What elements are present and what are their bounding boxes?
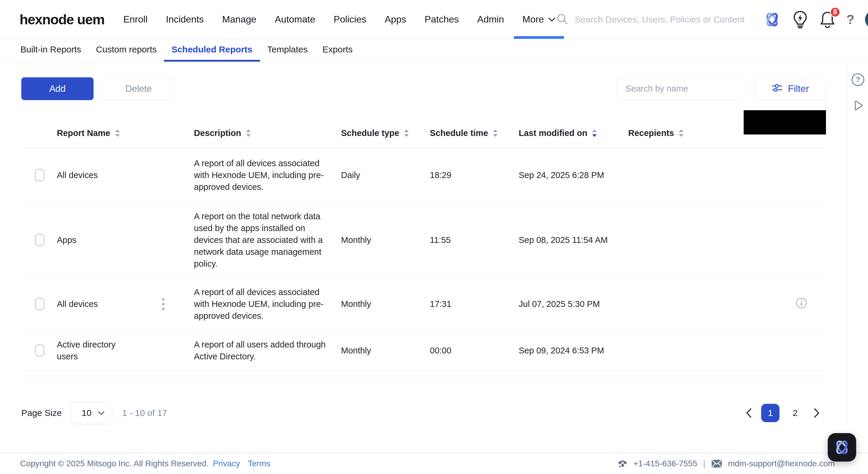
report-name-cell[interactable]: Active directory users — [57, 338, 126, 362]
sort-icon — [245, 129, 251, 138]
tab-scheduled-reports[interactable]: Scheduled Reports — [164, 39, 260, 62]
row-info-icon[interactable] — [796, 297, 807, 311]
row-select-cell — [21, 234, 57, 246]
help-icon[interactable]: ? — [846, 12, 855, 27]
table-header-row: Report Name Description Schedule type Sc… — [21, 119, 826, 148]
page-size-value: 10 — [82, 408, 91, 418]
schedule-type-cell: Monthly — [341, 299, 430, 309]
page-footer: Copyright © 2025 Mitsogo Inc. All Rights… — [0, 452, 868, 474]
table-row[interactable]: Apps A report on the total network data … — [21, 202, 826, 278]
contact-separator: | — [703, 459, 705, 468]
page-size-label: Page Size — [21, 408, 62, 418]
report-name-cell[interactable]: All devices — [57, 298, 126, 310]
nav-item-apps[interactable]: Apps — [384, 0, 406, 39]
column-header-label: Description — [194, 128, 241, 138]
table-row[interactable]: All devices A report of all devices asso… — [21, 148, 826, 202]
nav-item-patches[interactable]: Patches — [425, 0, 459, 39]
notifications-bell-icon[interactable]: 8 — [819, 10, 836, 29]
copyright-text: Copyright © 2025 Mitsogo Inc. All Rights… — [20, 459, 209, 468]
page-button-1[interactable]: 1 — [761, 404, 779, 422]
hexnode-uem-logo: hexnode uem — [20, 11, 104, 28]
support-email-link[interactable]: mdm-support@hexnode.com — [728, 459, 835, 468]
schedule-time-cell: 11:55 — [430, 235, 519, 245]
nav-item-manage[interactable]: Manage — [222, 0, 256, 39]
next-page-button[interactable] — [808, 404, 826, 422]
previous-page-button[interactable] — [740, 404, 758, 422]
search-by-name-input[interactable] — [616, 77, 744, 100]
terms-link[interactable]: Terms — [248, 459, 270, 468]
add-button[interactable]: Add — [21, 77, 94, 100]
column-header-label: Last modified on — [519, 128, 587, 138]
nav-item-more[interactable]: More — [522, 0, 556, 39]
user-avatar[interactable] — [865, 10, 868, 29]
page-size-select[interactable]: 10 — [71, 402, 112, 424]
privacy-link[interactable]: Privacy — [213, 459, 240, 468]
schedule-time-cell: 00:00 — [430, 346, 519, 355]
delete-button[interactable]: Delete — [102, 77, 175, 100]
tab-custom-reports[interactable]: Custom reports — [89, 39, 164, 62]
report-description-cell: A report of all users added through Acti… — [187, 331, 328, 370]
tab-built-in-reports[interactable]: Built-in Reports — [13, 39, 89, 62]
row-select-cell — [21, 169, 57, 181]
nav-item-admin[interactable]: Admin — [477, 0, 504, 39]
sort-icon — [115, 129, 121, 138]
column-header-recipients[interactable]: Recepients — [628, 128, 702, 138]
report-name-cell[interactable]: All devices — [57, 169, 126, 181]
notification-count-badge: 8 — [830, 7, 840, 18]
sort-icon-active-desc — [591, 129, 597, 138]
page-button-2[interactable]: 2 — [786, 404, 804, 422]
chevron-right-icon — [813, 408, 820, 418]
report-description-cell: A report of all devices associated with … — [187, 150, 328, 201]
rail-play-icon[interactable] — [851, 99, 865, 113]
column-header-label: Recepients — [628, 128, 674, 138]
column-header-last-modified[interactable]: Last modified on — [519, 128, 628, 138]
top-navigation-bar: hexnode uem Enroll Incidents Manage Auto… — [0, 0, 868, 39]
table-row[interactable]: All devices A report of all devices asso… — [21, 278, 826, 330]
whats-new-lightbulb-icon[interactable] — [792, 10, 808, 29]
hexnode-atom-icon — [833, 439, 851, 456]
chevron-down-icon — [98, 411, 105, 415]
kebab-menu-icon[interactable] — [162, 298, 164, 310]
sort-icon — [404, 129, 409, 138]
report-name-cell[interactable]: Apps — [57, 234, 126, 246]
row-select-cell — [21, 344, 57, 357]
schedule-time-cell: 17:31 — [430, 299, 519, 309]
redacted-region — [744, 110, 826, 135]
global-search[interactable]: Search Devices, Users, Policies or Conte… — [556, 12, 745, 27]
hexnode-chat-fab[interactable] — [828, 433, 856, 462]
row-checkbox[interactable] — [35, 344, 44, 357]
column-header-schedule-type[interactable]: Schedule type — [341, 128, 430, 138]
row-select-cell — [21, 298, 57, 310]
right-utility-rail: ? — [847, 62, 868, 452]
reports-tab-bar: Built-in Reports Custom reports Schedule… — [0, 39, 868, 62]
tab-templates[interactable]: Templates — [260, 39, 315, 62]
column-header-description[interactable]: Description — [187, 128, 341, 138]
nav-item-automate[interactable]: Automate — [275, 0, 315, 39]
rail-help-icon[interactable]: ? — [851, 73, 865, 87]
tab-exports[interactable]: Exports — [315, 39, 360, 62]
scheduled-reports-page: Add Delete Filter — [0, 77, 847, 438]
column-header-label: Schedule type — [341, 128, 399, 138]
nav-item-incidents[interactable]: Incidents — [166, 0, 204, 39]
hexnode-genie-icon[interactable] — [763, 10, 781, 29]
row-checkbox[interactable] — [35, 234, 44, 246]
filter-button-label: Filter — [788, 83, 809, 94]
report-description-cell: A report of all devices associated with … — [187, 278, 328, 329]
nav-item-enroll[interactable]: Enroll — [123, 0, 148, 39]
search-icon — [556, 12, 569, 27]
support-phone-link[interactable]: +1-415-636-7555 — [633, 459, 698, 468]
nav-item-policies[interactable]: Policies — [334, 0, 366, 39]
column-header-schedule-time[interactable]: Schedule time — [430, 128, 519, 138]
pagination-bar: Page Size 10 1 - 10 of 17 1 2 — [21, 388, 826, 438]
row-checkbox[interactable] — [35, 169, 44, 181]
row-kebab-cell — [160, 298, 187, 310]
hexnode-uem-app: hexnode uem Enroll Incidents Manage Auto… — [0, 0, 868, 474]
column-header-label: Report Name — [57, 128, 111, 138]
column-header-report-name[interactable]: Report Name — [57, 128, 160, 138]
row-checkbox[interactable] — [35, 298, 44, 310]
column-header-label: Schedule time — [430, 128, 488, 138]
nav-item-more-label: More — [522, 14, 544, 25]
filter-button[interactable]: Filter — [755, 77, 826, 100]
last-modified-cell: Sep 08, 2025 11:54 AM — [519, 235, 628, 245]
table-row[interactable]: Active directory users A report of all u… — [21, 330, 826, 371]
